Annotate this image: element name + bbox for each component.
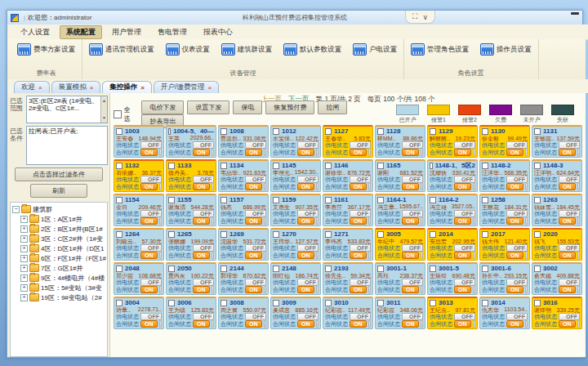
gate-on-button[interactable]: ON — [193, 286, 210, 293]
ribbon-button[interactable]: 户电设置 — [351, 42, 399, 57]
tree-root[interactable]: −建筑群 — [12, 204, 107, 214]
gate-on-button[interactable]: ON — [245, 217, 262, 225]
gate-on-button[interactable]: ON — [297, 149, 314, 156]
gate-on-button[interactable]: ON — [402, 183, 419, 190]
menu-item[interactable]: 报表中心 — [197, 25, 239, 39]
cell-checkbox[interactable] — [116, 266, 122, 272]
power-off-indicator[interactable]: OFF — [193, 210, 214, 217]
meter-cell[interactable]: 1159文惠生907.35元供电状态OFF合闸状态ON — [270, 194, 321, 226]
meter-cell[interactable]: 3011纪彩霞348.06元供电状态OFF合闸状态ON — [375, 297, 425, 329]
cell-checkbox[interactable] — [116, 197, 122, 203]
power-off-indicator[interactable]: OFF — [559, 279, 580, 286]
meter-cell[interactable]: 2017钱大伟121.40元供电状态OFF合闸状态ON — [479, 228, 530, 261]
tree-node[interactable]: +1区：A区1#井 — [12, 214, 107, 224]
power-off-indicator[interactable]: OFF — [140, 141, 162, 149]
meter-cell[interactable]: 1264刘晓云..57.30元供电状态OFF合闸状态ON — [114, 228, 164, 261]
power-off-indicator[interactable]: OFF — [559, 244, 580, 252]
meter-cell[interactable]: 1146谢徐华..876.72元供电状态OFF合闸状态ON — [323, 159, 373, 192]
meter-cell[interactable]: 3013王纪云..97.81元供电状态OFF合闸状态ON — [427, 297, 478, 329]
cell-checkbox[interactable] — [168, 163, 175, 169]
gate-on-button[interactable]: ON — [193, 252, 210, 259]
cell-checkbox[interactable] — [325, 128, 332, 135]
cell-checkbox[interactable] — [482, 197, 488, 203]
cell-checkbox[interactable] — [534, 197, 541, 203]
gate-on-button[interactable]: ON — [506, 149, 523, 156]
gate-on-button[interactable]: ON — [245, 183, 262, 190]
cell-checkbox[interactable] — [430, 128, 436, 135]
refresh-button[interactable]: 刷新 — [30, 184, 87, 198]
gate-on-button[interactable]: ON — [559, 149, 576, 156]
cell-checkbox[interactable] — [273, 163, 279, 169]
tree-node[interactable]: +9区：4#楼电井（4#楼 — [12, 273, 107, 283]
gate-on-button[interactable]: ON — [559, 320, 576, 328]
cell-checkbox[interactable] — [273, 266, 279, 272]
gate-on-button[interactable]: ON — [140, 149, 158, 156]
power-off-indicator[interactable]: OFF — [245, 279, 266, 286]
cell-checkbox[interactable] — [168, 128, 171, 135]
collapse-icon[interactable]: ∨ — [422, 13, 428, 21]
tab-close-icon[interactable]: × — [207, 84, 212, 92]
cell-checkbox[interactable] — [220, 300, 227, 306]
gate-on-button[interactable]: ON — [454, 217, 471, 225]
gate-on-button[interactable]: ON — [193, 320, 210, 328]
gate-on-button[interactable]: ON — [402, 320, 419, 328]
power-off-indicator[interactable]: OFF — [350, 244, 371, 252]
gate-on-button[interactable]: ON — [454, 149, 471, 156]
expand-icon[interactable]: + — [20, 294, 28, 301]
meter-cell[interactable]: 1263钱妹雪..184.45元供电状态OFF合闸状态ON — [532, 194, 582, 226]
power-off-indicator[interactable]: OFF — [140, 279, 162, 286]
tab-close-icon[interactable]: × — [38, 84, 42, 92]
power-off-indicator[interactable]: OFF — [193, 141, 214, 149]
gate-on-button[interactable]: ON — [350, 217, 367, 225]
selected-filter-listbox[interactable]: 拉闸表;已开户表; — [26, 126, 108, 165]
select-all-checkbox[interactable] — [114, 110, 122, 118]
gate-on-button[interactable]: ON — [559, 217, 576, 225]
gate-on-button[interactable]: ON — [297, 252, 314, 259]
cell-checkbox[interactable] — [482, 266, 488, 272]
meter-cell[interactable]: 1012水宝保..122.42元供电状态OFF合闸状态ON — [270, 125, 321, 158]
power-off-indicator[interactable]: OFF — [297, 313, 318, 320]
select-all[interactable]: 全选 — [114, 105, 136, 123]
expand-icon[interactable]: + — [20, 284, 28, 292]
expand-icon[interactable]: + — [20, 255, 28, 262]
meter-cell[interactable]: 1129解丽丽..19.23元供电状态OFF合闸状态ON — [427, 125, 478, 158]
expand-icon[interactable]: + — [20, 235, 28, 243]
gate-on-button[interactable]: ON — [402, 149, 419, 156]
menu-item[interactable]: 售电管理 — [151, 25, 194, 39]
selected-range-listbox[interactable]: 3区:(E区2#表 (1#变电、2#变电、C区1#... ▲▼ — [26, 96, 108, 123]
meter-cell[interactable]: 3006王为镇125.83元供电状态OFF合闸状态ON — [166, 297, 216, 329]
cell-checkbox[interactable] — [168, 266, 175, 272]
power-off-indicator[interactable]: OFF — [297, 210, 318, 217]
cell-checkbox[interactable] — [220, 128, 227, 135]
power-off-indicator[interactable]: OFF — [245, 313, 266, 320]
cell-checkbox[interactable] — [273, 197, 279, 203]
power-off-indicator[interactable]: OFF — [245, 176, 266, 183]
meter-cell[interactable]: 2014安思宏202.95元供电状态OFF合闸状态ON — [427, 228, 478, 261]
gate-on-button[interactable]: ON — [350, 252, 367, 259]
expand-icon[interactable]: + — [20, 216, 28, 223]
power-off-indicator[interactable]: OFF — [402, 210, 423, 217]
gate-on-button[interactable]: ON — [559, 286, 576, 293]
power-off-indicator[interactable]: OFF — [193, 244, 214, 252]
meter-cell[interactable]: 1148-1、5区2沈耀铁330.41元供电状态OFF合闸状态ON — [427, 159, 478, 192]
meter-cell[interactable]: 1269沈国华531.72元供电状态OFF合闸状态ON — [218, 228, 269, 261]
gate-on-button[interactable]: ON — [140, 217, 158, 225]
tree-node[interactable]: +15区：5#变站（3#变 — [12, 283, 107, 292]
power-off-indicator[interactable]: OFF — [140, 176, 162, 183]
cell-checkbox[interactable] — [377, 128, 384, 135]
power-off-indicator[interactable]: OFF — [350, 141, 371, 149]
meter-cell[interactable]: 2048郑少霞108.68元供电状态OFF合闸状态ON — [114, 262, 164, 295]
meter-cell[interactable]: 3001-5王炳煌690.48元供电状态OFF合闸状态ON — [427, 262, 478, 295]
meter-cell[interactable]: 1161李惠茳367.17元供电状态OFF合闸状态ON — [323, 194, 373, 226]
gate-on-button[interactable]: ON — [140, 252, 158, 259]
meter-cell[interactable]: 1133德丹美..3.78元供电状态OFF合闸状态ON — [166, 159, 216, 192]
skin-icon[interactable]: ⛶ — [412, 12, 417, 21]
tree-node[interactable]: +19区：9#变电站（2# — [12, 292, 107, 302]
tab-close-icon[interactable]: × — [140, 84, 145, 92]
tree-node[interactable]: +3区：C区2#井（1#变 — [12, 234, 107, 243]
gate-on-button[interactable]: ON — [402, 217, 419, 225]
tree-node[interactable]: +4区：D区1#井（D区1 — [12, 243, 107, 253]
expand-icon[interactable]: + — [20, 225, 28, 233]
cell-checkbox[interactable] — [534, 231, 541, 238]
meter-cell[interactable]: 1165谢刚681.52元供电状态OFF合闸状态ON — [375, 159, 425, 192]
